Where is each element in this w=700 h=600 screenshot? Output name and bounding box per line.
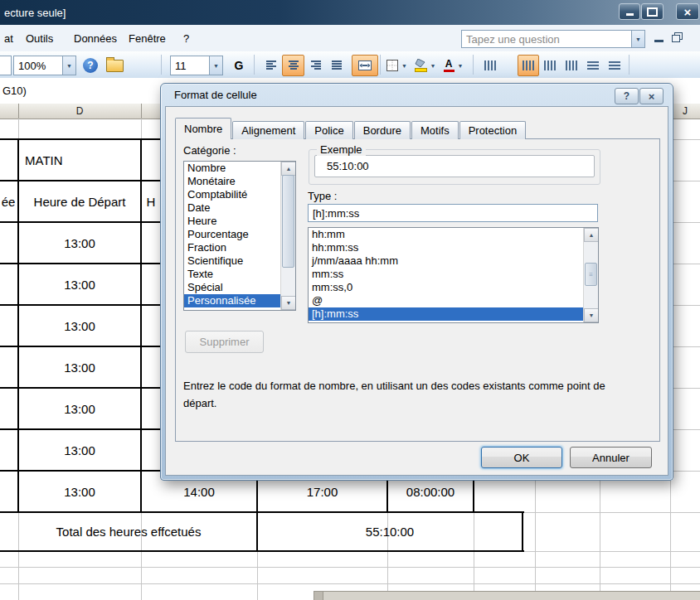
- rows-icon: [587, 60, 599, 70]
- format-item[interactable]: hh:mm: [309, 228, 584, 241]
- cell-time[interactable]: 13:00: [18, 264, 141, 305]
- chevron-down-icon[interactable]: ▼: [631, 31, 644, 47]
- dialog-help-button[interactable]: ?: [615, 88, 639, 104]
- justify-button[interactable]: [325, 55, 348, 76]
- chevron-down-icon[interactable]: ▼: [62, 56, 75, 75]
- category-item[interactable]: Comptabilité: [184, 188, 281, 201]
- columns-tool-button-4[interactable]: [561, 55, 582, 76]
- format-item[interactable]: j/mm/aaaa hh:mm: [309, 254, 584, 268]
- open-button[interactable]: [103, 55, 126, 76]
- format-item[interactable]: mm:ss,0: [309, 281, 584, 294]
- menu-item-format-partial[interactable]: at: [0, 30, 17, 46]
- delete-button[interactable]: Supprimer: [185, 331, 264, 353]
- cell-heure-depart[interactable]: Heure de Départ: [18, 181, 141, 222]
- close-button[interactable]: ×: [676, 3, 699, 20]
- category-scrollbar[interactable]: ▲ ▼: [280, 162, 295, 310]
- borders-icon: [386, 60, 398, 71]
- scroll-up-icon[interactable]: ▲: [584, 228, 599, 242]
- align-left-button[interactable]: [260, 55, 283, 76]
- menu-item-fenetre[interactable]: Fenêtre: [124, 30, 170, 46]
- category-item[interactable]: Monétaire: [184, 175, 281, 188]
- category-item[interactable]: Pourcentage: [184, 228, 281, 241]
- nombre-tab-panel: Catégorie : Nombre Monétaire Comptabilit…: [175, 138, 660, 442]
- menu-item-help[interactable]: ?: [179, 30, 193, 46]
- tab-alignement[interactable]: Alignement: [232, 121, 304, 139]
- category-item[interactable]: Nombre: [184, 162, 281, 175]
- tab-protection[interactable]: Protection: [459, 121, 527, 139]
- borders-button[interactable]: ▼: [385, 55, 412, 76]
- cancel-button[interactable]: Annuler: [570, 447, 652, 468]
- workbook-minimize-icon[interactable]: [654, 40, 664, 42]
- category-item[interactable]: Scientifique: [184, 254, 281, 268]
- scrollbar-grip[interactable]: [314, 592, 323, 600]
- tab-nombre[interactable]: Nombre: [175, 118, 231, 139]
- cell-right-partial[interactable]: H: [143, 181, 159, 222]
- tab-motifs[interactable]: Motifs: [411, 121, 459, 139]
- format-scrollbar[interactable]: ▲ ≡ ▼: [583, 228, 598, 322]
- tab-police[interactable]: Police: [305, 121, 352, 139]
- cell-time[interactable]: 13:00: [18, 222, 141, 264]
- scroll-down-icon[interactable]: ▼: [281, 296, 296, 310]
- scroll-up-icon[interactable]: ▲: [281, 162, 296, 176]
- fill-color-button[interactable]: ▼: [413, 55, 440, 76]
- minimize-icon: [626, 13, 634, 16]
- cell-total-value[interactable]: 55:10:00: [257, 512, 523, 551]
- menu-item-outils[interactable]: Outils: [22, 30, 57, 46]
- category-item[interactable]: Spécial: [184, 281, 281, 294]
- maximize-icon: [647, 7, 658, 17]
- bold-button[interactable]: G: [227, 55, 250, 76]
- chevron-down-icon[interactable]: ▼: [455, 63, 467, 69]
- cell-left-partial[interactable]: ée: [0, 181, 17, 222]
- ok-button[interactable]: OK: [481, 447, 562, 468]
- category-item-selected[interactable]: Personnalisée: [184, 294, 281, 307]
- chevron-down-icon[interactable]: ▼: [398, 63, 411, 69]
- toolbar: 100% ▼ ? 11 ▼ G: [0, 51, 700, 79]
- chevron-down-icon[interactable]: ▼: [427, 63, 440, 69]
- category-item[interactable]: Date: [184, 201, 281, 215]
- minimize-button[interactable]: [619, 3, 640, 20]
- menu-item-donnees[interactable]: Données: [70, 30, 121, 46]
- format-item[interactable]: mm:ss: [309, 268, 584, 281]
- help-button[interactable]: ?: [80, 55, 101, 76]
- close-icon: ×: [649, 90, 655, 103]
- merge-center-button[interactable]: [352, 55, 378, 76]
- category-item[interactable]: Texte: [184, 268, 281, 281]
- column-header-d[interactable]: D: [18, 104, 141, 119]
- scrollbar-thumb[interactable]: ≡: [585, 263, 597, 286]
- align-right-button[interactable]: [304, 55, 326, 76]
- category-item[interactable]: Fraction: [184, 241, 281, 254]
- cell-time[interactable]: 13:00: [18, 388, 141, 429]
- tab-bordure[interactable]: Bordure: [354, 121, 411, 139]
- cell-matin[interactable]: MATIN: [18, 139, 148, 181]
- columns-tool-button-3[interactable]: [539, 55, 561, 76]
- columns-tool-button-1[interactable]: [479, 55, 501, 76]
- category-item[interactable]: Heure: [184, 215, 281, 228]
- cell-total-label[interactable]: Total des heures effcetués: [0, 512, 257, 551]
- align-center-button[interactable]: [282, 55, 304, 76]
- font-size-value: 11: [171, 56, 209, 75]
- question-box[interactable]: Tapez une question ▼: [461, 30, 645, 48]
- cell-time[interactable]: 13:00: [18, 305, 141, 346]
- toolbar-partial-combo[interactable]: [0, 56, 12, 75]
- rows-tool-button-1[interactable]: [582, 55, 604, 76]
- scrollbar-thumb[interactable]: [282, 175, 294, 268]
- rows-tool-button-2[interactable]: [604, 55, 625, 76]
- zoom-combo[interactable]: 100% ▼: [13, 56, 76, 75]
- font-size-combo[interactable]: 11 ▼: [170, 56, 223, 75]
- cell-time[interactable]: 13:00: [18, 429, 141, 471]
- column-header-j[interactable]: J: [670, 104, 700, 119]
- scroll-down-icon[interactable]: ▼: [584, 308, 599, 322]
- cell-time[interactable]: 13:00: [18, 346, 141, 388]
- dialog-close-button[interactable]: ×: [639, 88, 664, 104]
- font-color-button[interactable]: A ▼: [441, 55, 469, 76]
- cell-bottom-1[interactable]: 13:00: [18, 471, 141, 512]
- format-item[interactable]: hh:mm:ss: [309, 241, 584, 254]
- type-input[interactable]: [h]:mm:ss: [308, 204, 598, 222]
- horizontal-scrollbar[interactable]: [314, 591, 700, 600]
- format-item-selected[interactable]: [h]:mm:ss: [309, 307, 584, 321]
- maximize-button[interactable]: [641, 3, 664, 20]
- chevron-down-icon[interactable]: ▼: [209, 56, 222, 75]
- columns-tool-button-2[interactable]: [518, 55, 539, 76]
- format-item[interactable]: @: [309, 294, 584, 307]
- workbook-restore-icon[interactable]: [672, 32, 682, 41]
